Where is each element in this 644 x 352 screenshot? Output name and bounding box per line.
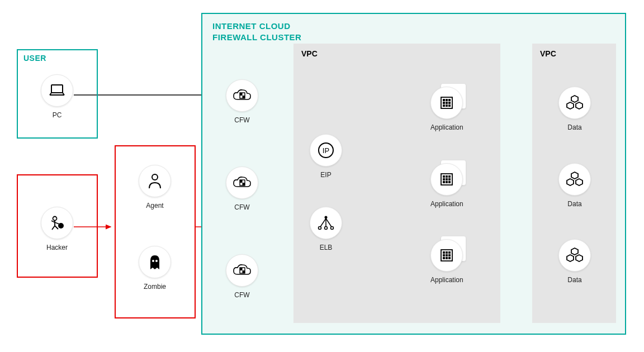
svg-rect-34 bbox=[448, 175, 451, 178]
data-label-2: Data bbox=[567, 200, 581, 208]
svg-rect-50 bbox=[448, 257, 451, 259]
application-label-1: Application bbox=[430, 123, 463, 131]
svg-point-20 bbox=[331, 227, 334, 230]
svg-rect-46 bbox=[446, 254, 448, 256]
svg-point-4 bbox=[152, 260, 154, 262]
eip-node: IP EIP bbox=[310, 134, 342, 179]
data-node-1: Data bbox=[558, 87, 591, 131]
svg-rect-45 bbox=[443, 254, 445, 256]
application-node-1: Application bbox=[430, 87, 463, 131]
firewall-architecture-diagram: USER INTERNET CLOUD FIREWALL CLUSTER VPC… bbox=[0, 0, 644, 352]
ghost-icon bbox=[139, 246, 171, 278]
svg-point-5 bbox=[155, 260, 158, 262]
svg-rect-25 bbox=[443, 102, 445, 104]
cloud-firewall-icon bbox=[226, 167, 258, 199]
svg-rect-11 bbox=[243, 183, 245, 185]
svg-rect-36 bbox=[446, 178, 448, 180]
zombie-node: Zombie bbox=[139, 246, 171, 291]
zombie-label: Zombie bbox=[144, 283, 166, 291]
svg-point-17 bbox=[325, 216, 328, 219]
vpc1-title: VPC bbox=[301, 49, 318, 58]
svg-rect-40 bbox=[448, 181, 451, 183]
data-label-1: Data bbox=[567, 123, 581, 131]
elb-node: ELB bbox=[310, 207, 342, 251]
agent-node: Agent bbox=[139, 165, 171, 210]
pc-label: PC bbox=[53, 111, 62, 119]
svg-rect-10 bbox=[240, 180, 243, 183]
svg-rect-38 bbox=[443, 181, 445, 183]
application-node-3: Application bbox=[430, 239, 463, 284]
svg-point-2 bbox=[58, 223, 64, 229]
cloud-firewall-icon bbox=[226, 254, 258, 287]
eip-label: EIP bbox=[320, 171, 331, 179]
vpc2-title: VPC bbox=[540, 49, 556, 58]
svg-rect-37 bbox=[448, 178, 451, 180]
svg-rect-0 bbox=[51, 85, 63, 93]
svg-rect-29 bbox=[446, 104, 448, 107]
cluster-title-line1: INTERNET CLOUD bbox=[212, 21, 291, 31]
svg-point-1 bbox=[53, 217, 57, 221]
svg-rect-43 bbox=[446, 251, 448, 254]
svg-rect-14 bbox=[243, 270, 245, 273]
svg-rect-32 bbox=[443, 175, 445, 178]
vpc1-container: VPC bbox=[293, 44, 500, 323]
svg-point-18 bbox=[319, 227, 321, 230]
app-grid-icon bbox=[430, 239, 463, 272]
cluster-title-line2: FIREWALL CLUSTER bbox=[212, 32, 301, 42]
cfw-label-3: CFW bbox=[234, 291, 249, 299]
svg-rect-7 bbox=[240, 93, 243, 96]
svg-rect-23 bbox=[446, 99, 448, 101]
agent-label: Agent bbox=[146, 202, 163, 210]
data-node-2: Data bbox=[558, 163, 591, 208]
svg-rect-35 bbox=[443, 178, 445, 180]
hacker-label: Hacker bbox=[46, 244, 68, 251]
svg-rect-13 bbox=[240, 268, 243, 270]
pc-node: PC bbox=[41, 74, 73, 119]
app-grid-icon bbox=[430, 87, 463, 119]
svg-rect-42 bbox=[443, 251, 445, 254]
svg-rect-27 bbox=[448, 102, 451, 104]
ip-icon: IP bbox=[310, 134, 342, 167]
svg-rect-44 bbox=[448, 251, 451, 254]
svg-rect-30 bbox=[448, 104, 451, 107]
svg-text:IP: IP bbox=[323, 146, 329, 155]
svg-rect-22 bbox=[443, 99, 445, 101]
svg-rect-49 bbox=[446, 257, 448, 259]
laptop-icon bbox=[41, 74, 73, 107]
cfw-node-2: CFW bbox=[226, 167, 258, 211]
svg-rect-26 bbox=[446, 102, 448, 104]
cfw-label-2: CFW bbox=[234, 203, 249, 211]
application-label-3: Application bbox=[430, 276, 463, 284]
app-grid-icon bbox=[430, 163, 463, 196]
user-title: USER bbox=[23, 54, 46, 63]
svg-rect-8 bbox=[243, 96, 245, 98]
load-balancer-icon bbox=[310, 207, 342, 239]
svg-rect-47 bbox=[448, 254, 451, 256]
svg-rect-48 bbox=[443, 257, 445, 259]
cfw-label-1: CFW bbox=[234, 116, 249, 124]
cluster-title: INTERNET CLOUD FIREWALL CLUSTER bbox=[212, 21, 301, 42]
svg-rect-24 bbox=[448, 99, 451, 101]
application-label-2: Application bbox=[430, 200, 463, 208]
svg-point-3 bbox=[152, 174, 158, 180]
application-node-2: Application bbox=[430, 163, 463, 208]
cfw-node-3: CFW bbox=[226, 254, 258, 299]
svg-rect-39 bbox=[446, 181, 448, 183]
person-icon bbox=[139, 165, 171, 197]
hexagon-cluster-icon bbox=[558, 239, 591, 272]
hacker-node: Hacker bbox=[41, 207, 73, 251]
svg-rect-33 bbox=[446, 175, 448, 178]
cfw-node-1: CFW bbox=[226, 79, 258, 124]
cloud-firewall-icon bbox=[226, 79, 258, 112]
data-node-3: Data bbox=[558, 239, 591, 284]
hexagon-cluster-icon bbox=[558, 87, 591, 119]
elb-label: ELB bbox=[320, 244, 333, 251]
data-label-3: Data bbox=[567, 276, 581, 284]
svg-rect-28 bbox=[443, 104, 445, 107]
hacker-icon bbox=[41, 207, 73, 239]
hexagon-cluster-icon bbox=[558, 163, 591, 196]
svg-point-19 bbox=[325, 227, 328, 230]
